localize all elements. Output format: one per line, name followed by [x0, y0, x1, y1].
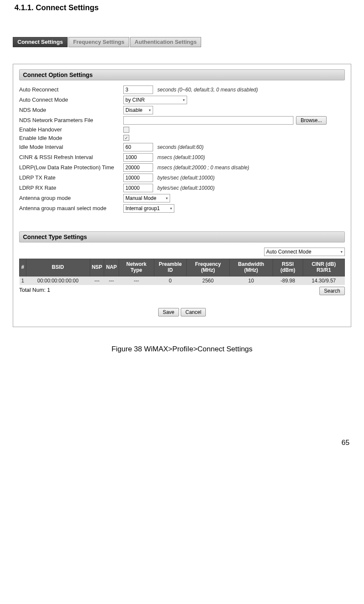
th-cinr: CINR (dB) R3/R1 — [303, 259, 344, 276]
th-frequency: Frequency (MHz) — [187, 259, 230, 276]
hint-refresh-interval: msecs (default:1000) — [157, 154, 205, 160]
select-connect-type-mode[interactable]: Auto Connect Mode ▾ — [264, 248, 345, 256]
cell-cinr: 14.30/9.57 — [303, 276, 344, 285]
browse-button[interactable]: Browse... — [296, 116, 327, 125]
th-rssi: RSSI (dBm) — [273, 259, 303, 276]
input-ldrp-tx[interactable] — [123, 174, 153, 182]
input-ldrp-time[interactable] — [123, 163, 153, 172]
cell-nap: --- — [104, 276, 119, 285]
checkbox-idle[interactable]: ✓ — [123, 135, 129, 141]
cell-num: 1 — [20, 276, 26, 285]
select-nds-mode[interactable]: Disable ▾ — [123, 106, 153, 114]
th-num: # — [20, 259, 26, 276]
hint-ldrp-rx: bytes/sec (default:10000) — [157, 185, 215, 191]
select-value: Disable — [125, 107, 142, 113]
label-antenna-select: Antenna group mauanl select mode — [19, 205, 123, 212]
figure-caption: Figure 38 WiMAX>ProfiIe>Connect Settings — [13, 345, 351, 353]
tab-connect-settings[interactable]: Connect Settings — [13, 37, 68, 47]
label-nds-mode: NDS Mode — [19, 107, 123, 114]
chevron-down-icon: ▾ — [170, 206, 172, 211]
input-idle-interval[interactable] — [123, 143, 153, 151]
cell-bw: 10 — [230, 276, 273, 285]
settings-panel: Connect Option Settings Auto Reconnect s… — [13, 64, 351, 327]
label-ldrp-tx: LDRP TX Rate — [19, 174, 123, 181]
save-button[interactable]: Save — [158, 308, 179, 316]
connect-type-header: Connect Type Settings — [19, 231, 345, 242]
th-nap: NAP — [104, 259, 119, 276]
input-auto-reconnect[interactable] — [123, 85, 153, 94]
chevron-down-icon: ▾ — [183, 98, 185, 102]
hint-auto-reconnect: seconds (0~60, default:3, 0 means disabl… — [157, 87, 258, 93]
cell-freq: 2560 — [187, 276, 230, 285]
th-nsp: NSP — [90, 259, 104, 276]
input-nds-file[interactable] — [123, 116, 293, 125]
th-bandwidth: Bandwidth (MHz) — [230, 259, 273, 276]
cell-pid: 0 — [154, 276, 186, 285]
chevron-down-icon: ▾ — [341, 250, 343, 254]
label-auto-connect-mode: Auto Connect Mode — [19, 97, 123, 103]
select-auto-connect-mode[interactable]: by CINR ▾ — [123, 96, 187, 104]
total-num: Total Num: 1 — [19, 287, 50, 295]
select-value: Internal group1 — [125, 205, 160, 211]
label-antenna-mode: Antenna group mode — [19, 195, 123, 202]
page-heading: 4.1.1. Connect Settings — [13, 0, 351, 17]
label-auto-reconnect: Auto Reconnect — [19, 86, 123, 93]
bs-table: # BSID NSP NAP Network Type Preamble ID … — [19, 259, 345, 285]
select-antenna-mode[interactable]: Manual Mode ▾ — [123, 194, 170, 202]
label-refresh-interval: CINR & RSSI Refresh Interval — [19, 154, 123, 161]
label-nds-file: NDS Network Parameters File — [19, 117, 123, 124]
input-ldrp-rx[interactable] — [123, 184, 153, 192]
connect-option-header: Connect Option Settings — [19, 69, 345, 80]
input-refresh-interval[interactable] — [123, 153, 153, 162]
cell-rssi: -89.98 — [273, 276, 303, 285]
tab-authentication-settings[interactable]: Authentication Settings — [130, 37, 202, 47]
label-enable-idle: Enable Idle Mode — [19, 135, 123, 142]
hint-ldrp-time: msecs (default:20000 ; 0 means disable) — [157, 165, 249, 171]
th-bsid: BSID — [26, 259, 90, 276]
cell-nsp: --- — [90, 276, 104, 285]
th-preamble-id: Preamble ID — [154, 259, 186, 276]
label-ldrp-rx: LDRP RX Rate — [19, 185, 123, 191]
chevron-down-icon: ▾ — [149, 108, 151, 112]
label-ldrp-time: LDRP(Low Data Rate Protection) Time — [19, 164, 123, 171]
tab-bar: Connect Settings Frequency Settings Auth… — [13, 37, 351, 47]
select-value: by CINR — [125, 97, 145, 103]
label-idle-interval: Idle Mode Interval — [19, 144, 123, 151]
hint-idle-interval: seconds (default:60) — [157, 144, 204, 150]
select-value: Auto Connect Mode — [266, 249, 311, 255]
cell-nt: --- — [119, 276, 154, 285]
tab-frequency-settings[interactable]: Frequency Settings — [68, 37, 129, 47]
cell-bsid: 00:00:00:00:00:00 — [26, 276, 90, 285]
search-button[interactable]: Search — [319, 287, 345, 295]
table-row[interactable]: 1 00:00:00:00:00:00 --- --- --- 0 2560 1… — [20, 276, 345, 285]
checkbox-handover[interactable] — [123, 127, 129, 133]
th-network-type: Network Type — [119, 259, 154, 276]
select-antenna-select[interactable]: Internal group1 ▾ — [123, 204, 174, 213]
chevron-down-icon: ▾ — [166, 196, 168, 200]
select-value: Manual Mode — [125, 195, 156, 201]
hint-ldrp-tx: bytes/sec (default:10000) — [157, 175, 215, 181]
cancel-button[interactable]: Cancel — [181, 308, 206, 316]
label-enable-handover: Enable Handover — [19, 126, 123, 133]
page-number: 65 — [13, 439, 351, 447]
